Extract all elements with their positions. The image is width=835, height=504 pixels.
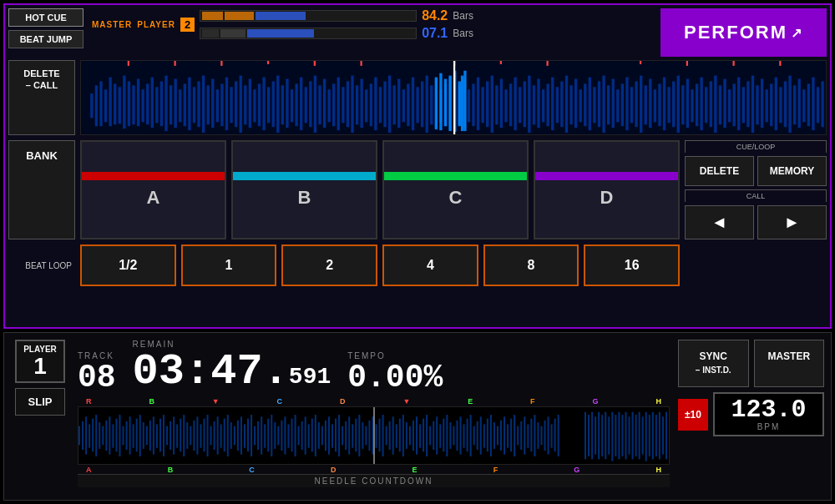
svg-rect-66 xyxy=(337,78,340,131)
cue-loop-panel: CUE/LOOP DELETE MEMORY CALL ◄ ► xyxy=(685,140,827,239)
beat-pad-4[interactable]: 4 xyxy=(382,244,478,286)
svg-rect-221 xyxy=(217,416,219,454)
svg-rect-211 xyxy=(183,415,185,456)
svg-rect-167 xyxy=(807,83,810,126)
svg-rect-304 xyxy=(497,426,498,446)
svg-rect-8 xyxy=(547,61,549,66)
player-number-box: PLAYER 1 xyxy=(15,340,65,383)
svg-rect-147 xyxy=(714,76,716,133)
svg-rect-345 xyxy=(659,412,660,460)
svg-rect-5 xyxy=(361,61,362,66)
svg-rect-7 xyxy=(500,61,502,64)
svg-rect-54 xyxy=(281,85,284,124)
svg-rect-295 xyxy=(467,419,468,452)
svg-rect-137 xyxy=(667,87,670,123)
svg-rect-337 xyxy=(632,412,634,460)
svg-rect-264 xyxy=(362,422,363,449)
svg-rect-111 xyxy=(547,83,549,126)
svg-rect-333 xyxy=(618,412,620,460)
cue-pad-c[interactable]: C xyxy=(382,140,529,239)
beat-pad-2[interactable]: 2 xyxy=(281,244,377,286)
header-row: HOT CUE BEAT JUMP MASTER PLAYER 2 84.2 xyxy=(8,8,827,57)
cue-pad-a[interactable]: A xyxy=(80,140,226,239)
call-buttons: ◄ ► xyxy=(685,205,827,239)
cue-pad-d[interactable]: D xyxy=(534,140,680,239)
svg-rect-39 xyxy=(211,79,214,129)
call-next-button[interactable]: ► xyxy=(757,205,827,239)
sync-button[interactable]: SYNC– INST.D. xyxy=(678,340,749,387)
slip-button[interactable]: SLIP xyxy=(15,388,65,416)
perform-button[interactable]: PERFORM ↗ xyxy=(660,8,827,57)
svg-rect-332 xyxy=(615,415,616,456)
svg-rect-230 xyxy=(247,419,249,452)
pad-c-color-bar xyxy=(384,172,527,180)
bank-button[interactable]: BANK xyxy=(8,140,75,239)
svg-rect-194 xyxy=(126,421,128,450)
svg-rect-34 xyxy=(188,78,190,131)
svg-rect-336 xyxy=(629,416,630,454)
svg-rect-193 xyxy=(123,426,124,446)
delete-cue-button[interactable]: DELETE xyxy=(685,156,754,186)
svg-rect-301 xyxy=(487,419,488,452)
beat-pad-8[interactable]: 8 xyxy=(483,244,579,286)
beat-pad-1[interactable]: 1 xyxy=(181,244,277,286)
call-prev-button[interactable]: ◄ xyxy=(685,205,754,239)
svg-rect-150 xyxy=(728,89,731,122)
call-label: CALL xyxy=(685,189,827,202)
svg-rect-258 xyxy=(342,426,343,446)
svg-rect-162 xyxy=(784,81,787,127)
svg-rect-255 xyxy=(331,424,333,447)
svg-rect-73 xyxy=(370,83,372,126)
svg-rect-320 xyxy=(551,424,553,447)
svg-rect-315 xyxy=(534,415,535,456)
cue-pad-b[interactable]: B xyxy=(231,140,377,239)
svg-rect-323 xyxy=(584,412,586,460)
marker-f-top: F xyxy=(530,397,535,406)
hotcue-button[interactable]: HOT CUE xyxy=(8,8,84,27)
svg-rect-318 xyxy=(544,421,546,451)
marker-a-bot: A xyxy=(86,466,92,474)
pad-a-label: A xyxy=(147,187,160,209)
svg-rect-340 xyxy=(642,416,644,454)
svg-rect-269 xyxy=(379,419,381,452)
svg-rect-35 xyxy=(193,87,195,123)
svg-rect-169 xyxy=(817,87,819,123)
beat-pad-16[interactable]: 16 xyxy=(584,244,680,286)
master-button[interactable]: MASTER xyxy=(754,340,825,387)
svg-rect-149 xyxy=(723,79,726,129)
marker-h-top: H xyxy=(655,397,661,406)
memory-button[interactable]: MEMORY xyxy=(757,156,827,186)
svg-rect-112 xyxy=(551,78,554,131)
waveform-svg xyxy=(81,61,826,134)
bpm-label: BPM xyxy=(757,422,781,431)
svg-rect-76 xyxy=(383,81,386,127)
svg-rect-281 xyxy=(419,424,421,447)
svg-rect-153 xyxy=(742,87,745,123)
svg-rect-31 xyxy=(175,79,177,129)
track-block: TRACK 08 xyxy=(78,351,116,394)
beatjump-button[interactable]: BEAT JUMP xyxy=(8,30,84,48)
svg-rect-209 xyxy=(176,424,178,447)
svg-rect-183 xyxy=(89,424,90,447)
player-label-top: PLAYER xyxy=(137,20,175,29)
svg-rect-23 xyxy=(137,79,139,127)
svg-rect-273 xyxy=(392,416,394,454)
remain-main: 03:47. xyxy=(133,350,289,394)
delete-call-button[interactable]: DELETE– CALL xyxy=(8,60,75,135)
svg-rect-185 xyxy=(95,415,97,456)
marker-g-bot: G xyxy=(574,466,579,474)
bottom-waveform-container: R B ▼ C D ▼ E F G H xyxy=(78,397,670,487)
svg-rect-62 xyxy=(318,85,321,124)
svg-rect-86 xyxy=(430,85,433,124)
pad-d-label: D xyxy=(600,187,614,209)
svg-rect-47 xyxy=(249,79,251,129)
svg-rect-280 xyxy=(416,416,418,454)
svg-rect-64 xyxy=(327,89,330,122)
svg-rect-290 xyxy=(449,422,451,449)
plusminus-button[interactable]: ±10 xyxy=(678,399,708,431)
beat-pad-half[interactable]: 1/2 xyxy=(80,244,176,286)
svg-rect-268 xyxy=(376,424,377,447)
svg-rect-202 xyxy=(153,416,154,454)
marker-b-bot: B xyxy=(168,466,174,474)
needle-countdown-label: NEEDLE COUNTDOWN xyxy=(78,474,670,487)
